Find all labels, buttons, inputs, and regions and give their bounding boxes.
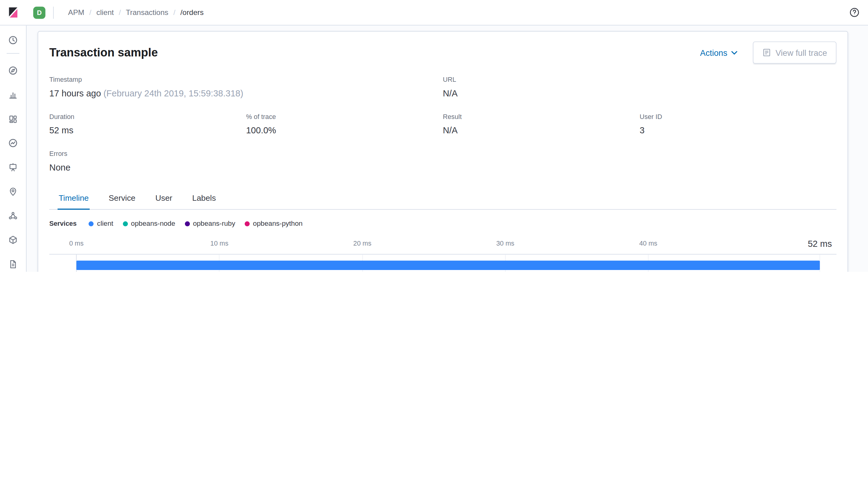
help-icon[interactable] (848, 6, 861, 19)
breadcrumb-client[interactable]: client (84, 8, 114, 17)
field-label: Duration (49, 113, 246, 121)
transaction-sample-panel: Transaction sample Actions View full (38, 31, 848, 272)
legend-label: client (97, 220, 113, 227)
kibana-logo-icon (7, 7, 19, 18)
legend-dot (245, 221, 250, 226)
field-label: User ID (640, 113, 837, 121)
field-value: 100.0% (246, 125, 443, 137)
app-sidebar (0, 25, 26, 272)
space-badge[interactable]: D (33, 6, 45, 19)
field-label: Timestamp (49, 76, 443, 84)
field-value: N/A (443, 88, 837, 100)
trace-document-icon (762, 48, 771, 57)
recently-viewed-icon[interactable] (8, 36, 18, 45)
field-duration: Duration 52 ms (49, 113, 246, 137)
timestamp-full-date: (February 24th 2019, 15:59:38.318) (101, 88, 243, 98)
legend-item: opbeans-node (123, 220, 175, 227)
field-timestamp: Timestamp 17 hours ago (February 24th 20… (49, 76, 443, 100)
legend-item: client (89, 220, 113, 227)
field-value: 52 ms (49, 125, 246, 137)
legend-item: opbeans-ruby (185, 220, 235, 227)
axis-plot: 52 ms 0 ms10 ms20 ms30 ms40 ms (76, 229, 820, 254)
axis-total-label: 52 ms (808, 239, 832, 249)
transaction-details: Timestamp 17 hours ago (February 24th 20… (38, 76, 848, 174)
services-legend: Services clientopbeans-nodeopbeans-rubyo… (38, 210, 848, 229)
legend-label: opbeans-ruby (193, 220, 235, 227)
breadcrumb-apm[interactable]: APM (68, 8, 84, 17)
axis-tick-label: 30 ms (496, 239, 514, 247)
axis-tick-label: 0 ms (69, 239, 84, 247)
field-label: Result (443, 113, 640, 121)
axis-tick-label: 40 ms (639, 239, 657, 247)
waterfall-item-label: /orders 52 ms (76, 271, 141, 272)
field-label: % of trace (246, 113, 443, 121)
nav-dashboard-icon[interactable] (0, 107, 26, 131)
actions-button[interactable]: Actions (700, 48, 737, 57)
field-trace-pct: % of trace 100.0% (246, 113, 443, 137)
breadcrumb: APM client Transactions /orders (68, 8, 204, 17)
nav-visualize-icon[interactable] (0, 83, 26, 107)
legend-label: opbeans-node (131, 220, 175, 227)
field-result: Result N/A (443, 113, 640, 137)
breadcrumb-current: /orders (168, 8, 204, 17)
legend-label: opbeans-python (253, 220, 303, 227)
waterfall-item[interactable]: /orders 52 ms (76, 254, 820, 272)
legend-item: opbeans-python (245, 220, 303, 227)
timeline-axis: 52 ms 0 ms10 ms20 ms30 ms40 ms (49, 229, 836, 254)
nav-canvas-icon[interactable] (0, 155, 26, 179)
legend-title: Services (49, 220, 77, 227)
page-title: Transaction sample (49, 45, 158, 60)
top-bar: D APM client Transactions /orders (0, 0, 868, 25)
view-full-trace-button[interactable]: View full trace (753, 42, 837, 64)
waterfall-rows: /orders 52 ms GET /api/orders 47 ms (76, 254, 820, 272)
tab-labels[interactable]: Labels (191, 187, 217, 210)
axis-tick-label: 20 ms (354, 239, 372, 247)
view-full-trace-label: View full trace (776, 48, 827, 57)
waterfall-chart: /orders 52 ms GET /api/orders 47 ms (49, 254, 836, 272)
nav-discover-icon[interactable] (0, 59, 26, 83)
field-value: None (49, 162, 246, 174)
field-errors: Errors None (49, 150, 246, 174)
field-url: URL N/A (443, 76, 837, 100)
legend-items: clientopbeans-nodeopbeans-rubyopbeans-py… (89, 220, 303, 227)
tab-service[interactable]: Service (107, 187, 136, 210)
nav-infrastructure-icon[interactable] (0, 228, 26, 252)
field-value: 3 (640, 125, 837, 137)
topbar-divider (53, 6, 54, 19)
sidebar-divider (7, 53, 20, 54)
field-label: Errors (49, 150, 246, 158)
nav-logs-icon[interactable] (0, 252, 26, 272)
nav-maps-icon[interactable] (0, 179, 26, 203)
legend-dot (185, 221, 190, 226)
tab-user[interactable]: User (154, 187, 173, 210)
nav-timelion-icon[interactable] (0, 131, 26, 155)
kibana-logo[interactable] (0, 7, 26, 18)
detail-tabs: Timeline Service User Labels (49, 187, 836, 210)
panel-header: Transaction sample Actions View full (38, 31, 848, 63)
kibana-app: D APM client Transactions /orders (0, 0, 868, 272)
field-value: 17 hours ago (February 24th 2019, 15:59:… (49, 88, 443, 100)
legend-dot (123, 221, 128, 226)
actions-label: Actions (700, 48, 727, 57)
tab-timeline[interactable]: Timeline (58, 187, 90, 210)
nav-machine-learning-icon[interactable] (0, 204, 26, 228)
waterfall-bar[interactable] (76, 260, 820, 270)
field-label: URL (443, 76, 837, 84)
field-value: N/A (443, 125, 640, 137)
legend-dot (89, 221, 94, 226)
panel-header-actions: Actions View full trace (700, 42, 837, 64)
breadcrumb-transactions[interactable]: Transactions (114, 8, 168, 17)
field-user-id: User ID 3 (640, 113, 837, 137)
chevron-down-icon (731, 51, 737, 55)
axis-tick-label: 10 ms (210, 239, 228, 247)
